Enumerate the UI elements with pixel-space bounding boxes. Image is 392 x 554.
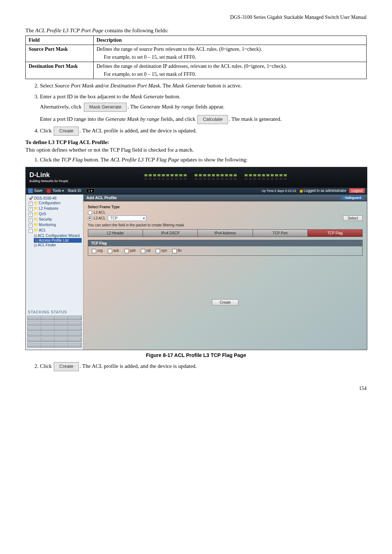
t: Access Profile List — [39, 238, 69, 242]
expand-icon[interactable]: + — [29, 223, 33, 227]
tree-acl-wizard[interactable]: ▤ACL Configuration Wizard — [34, 233, 82, 238]
flag-rst[interactable]: rst — [141, 249, 150, 253]
radio-icon[interactable] — [88, 216, 92, 221]
th-description: Description — [94, 36, 367, 45]
checkbox-icon[interactable] — [124, 249, 129, 253]
tools-menu[interactable]: Tools — [53, 189, 64, 193]
t: . The mask is generated. — [229, 116, 282, 122]
checkbox-icon[interactable] — [172, 249, 177, 253]
radio-icon[interactable] — [88, 210, 92, 215]
collapse-icon[interactable]: - — [29, 229, 33, 233]
tcp-flag-heading: TCP Flag — [88, 240, 362, 246]
t: Generate Mask by range — [105, 116, 159, 122]
fields-table: Field Description Source Port Mask Defin… — [25, 36, 367, 79]
flag-urg[interactable]: urg — [92, 249, 102, 253]
expand-icon[interactable]: + — [29, 218, 33, 222]
l3-acl-radio-row[interactable]: L3 ACL TCP Select — [88, 216, 363, 221]
checkbox-icon[interactable] — [141, 249, 145, 253]
save-menu[interactable]: Save — [34, 189, 42, 193]
tab-tcp-flag[interactable]: TCP Flag — [308, 230, 362, 237]
create-button[interactable]: Create — [212, 299, 238, 305]
dlink-logo: D-Link — [29, 171, 68, 179]
checkbox-icon[interactable] — [92, 249, 96, 253]
t: L2 Features — [39, 206, 58, 210]
t: fields, and click — [159, 116, 197, 122]
uptime-text: Up Time:2 days 5:10:13 — [261, 189, 296, 193]
tree-root[interactable]: 🚀 DGS-3100-48 — [27, 196, 82, 201]
intro-prefix: The — [25, 28, 35, 33]
t: ACL Finder — [38, 243, 56, 247]
tree-acl[interactable]: -📁ACL — [27, 228, 82, 233]
logout-button[interactable]: Logout — [349, 188, 365, 193]
save-icon[interactable] — [28, 188, 33, 193]
stacking-status: STACKING STATUS — [27, 309, 82, 348]
l3-protocol-select[interactable]: TCP — [108, 216, 146, 221]
checkbox-icon[interactable] — [108, 249, 112, 253]
flag-syn[interactable]: syn — [156, 249, 167, 253]
tree-acl-finder[interactable]: ▤ACL Finder — [34, 243, 82, 247]
expand-icon[interactable]: + — [29, 202, 33, 206]
t: Alternatively, click — [40, 104, 83, 110]
steps-list-a: Select Source Port Mask and/or Destinati… — [40, 81, 367, 136]
l2-acl-radio-row[interactable]: L2 ACL — [88, 210, 363, 215]
port-panel-graphic — [68, 174, 363, 180]
safeguard-badge: Safeguard — [340, 196, 364, 200]
menubar: Save Tools Stack ID 1 ▾ Up Time:2 days 5… — [26, 187, 367, 194]
create-button-inline-1[interactable]: Create — [54, 127, 79, 136]
t: ack — [113, 249, 119, 253]
tree-qos[interactable]: +📁QoS — [27, 212, 82, 217]
flag-ack[interactable]: ack — [108, 249, 119, 253]
checkbox-icon[interactable] — [156, 249, 160, 253]
t: Enter a port ID in the box adjacent to t… — [40, 94, 130, 99]
row1-field: Source Port Mask — [26, 45, 94, 62]
device-icon: 🚀 — [29, 196, 33, 200]
select-frame-type-label: Select Frame Type — [88, 205, 363, 209]
flag-psh[interactable]: psh — [124, 249, 136, 253]
tree-security[interactable]: +📁Security — [27, 217, 82, 222]
mask-generate-button[interactable]: Mask Generate — [84, 103, 127, 112]
stack-row — [27, 332, 82, 337]
tab-tcp-port[interactable]: TCP Port — [253, 230, 308, 237]
steps-list-c: Click Create. The ACL profile is added, … — [40, 362, 367, 371]
select-button[interactable]: Select — [343, 216, 363, 221]
t: updates to show the following: — [179, 157, 248, 163]
t: Configuration — [39, 201, 60, 205]
screenshot: D-Link Building Networks for People Save… — [25, 167, 367, 350]
tab-ipv4-address[interactable]: IPv4 Address — [198, 230, 253, 237]
tree-l2[interactable]: +📁L2 Features — [27, 206, 82, 212]
stack-row — [27, 316, 82, 320]
calculate-button[interactable]: Calculate — [197, 115, 228, 124]
t: QoS — [39, 212, 46, 216]
t: syn — [161, 249, 167, 253]
row2-desc-a: Defines the range of destination IP addr… — [97, 63, 363, 69]
doc-icon: ▤ — [34, 234, 37, 238]
row2-desc: Defines the range of destination IP addr… — [94, 62, 367, 79]
flag-fin[interactable]: fin — [172, 249, 182, 253]
t: ACL Configuration Wizard — [38, 234, 79, 238]
t: fin — [178, 249, 182, 253]
create-button-inline-2[interactable]: Create — [54, 362, 79, 371]
t: button. — [164, 94, 180, 99]
close-icon[interactable] — [46, 188, 51, 193]
status-bulb-icon — [300, 190, 303, 193]
tcp-flag-box: TCP Flag urg ack psh rst syn fin — [88, 240, 363, 255]
t: psh — [130, 249, 136, 253]
stack-row — [27, 337, 82, 342]
expand-icon[interactable]: + — [29, 207, 33, 211]
row2-field: Destination Port Mask — [26, 62, 94, 79]
row1-desc: Defines the range of source Ports releva… — [94, 45, 367, 62]
expand-icon[interactable]: + — [29, 213, 33, 217]
stackid-select[interactable]: 1 ▾ — [86, 189, 95, 193]
t: . The ACL profile is added, and the devi… — [79, 128, 197, 134]
tab-ipv4-dscp[interactable]: IPv4 DSCP — [143, 230, 198, 237]
t: Enter a port ID range into the — [40, 116, 105, 122]
tab-l2-header[interactable]: L2 Header — [88, 230, 143, 237]
tree-access-profile-list[interactable]: ▤Access Profile List — [34, 238, 82, 243]
tree-monitoring[interactable]: +📁Monitoring — [27, 222, 82, 228]
t: Monitoring — [39, 223, 56, 227]
tree-config[interactable]: +📁Configuration — [27, 201, 82, 206]
t: . The ACL profile is added, and the devi… — [79, 363, 197, 369]
panel-titlebar: Add ACL Profile Safeguard — [83, 194, 367, 201]
field-tabs: L2 Header IPv4 DSCP IPv4 Address TCP Por… — [88, 229, 363, 237]
t: Select — [40, 83, 54, 89]
